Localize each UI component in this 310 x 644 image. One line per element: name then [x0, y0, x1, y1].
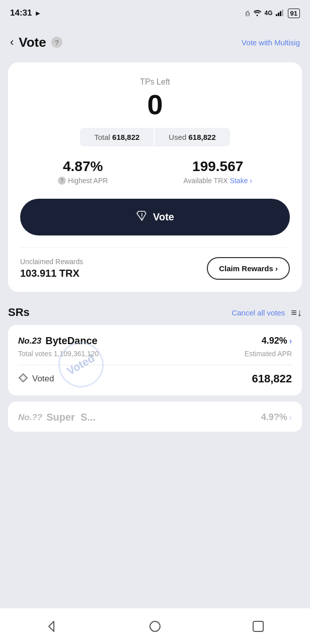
sort-icon[interactable]: ≡↓ [291, 307, 302, 318]
sr-card-partial-top: No.?? Super S... 4.9?% › [18, 412, 292, 423]
voted-stamp-text: Voted [65, 352, 97, 378]
rewards-section: Unclaimed Rewards 103.911 TRX Claim Rewa… [20, 257, 290, 280]
sr-card-partial: No.?? Super S... 4.9?% › [8, 401, 302, 432]
main-card: TPs Left 0 Total 618,822 Used 618,822 4.… [8, 62, 302, 292]
status-bar: 14:31 ► ⎙ 4G 91 [0, 0, 310, 26]
bottom-spacer [0, 436, 310, 476]
rewards-left: Unclaimed Rewards 103.911 TRX [20, 258, 83, 279]
header: ‹ Vote ? Vote with Multisig [0, 26, 310, 58]
svg-rect-3 [282, 10, 283, 16]
sr-number: No.23 [18, 336, 41, 346]
svg-point-5 [150, 621, 160, 631]
status-icons: ⎙ 4G 91 [246, 9, 300, 18]
nav-recent-button[interactable] [243, 611, 273, 641]
cancel-all-votes-button[interactable]: Cancel all votes [231, 308, 285, 317]
svg-rect-0 [276, 14, 277, 16]
network-label: 4G [265, 10, 273, 17]
sr-voted-amount: 618,822 [252, 372, 292, 385]
page-title: Vote [19, 35, 46, 50]
sr-apr: 4.92% › [262, 336, 292, 346]
sr-card-top: No.23 ByteDance 4.92% › [18, 335, 292, 347]
apr-value: 4.87% [58, 158, 108, 175]
srs-actions: Cancel all votes ≡↓ [231, 307, 302, 318]
wifi-icon [253, 9, 262, 18]
bluetooth-icon: ⎙ [246, 10, 250, 17]
srs-title: SRs [8, 306, 30, 319]
bottom-nav [0, 608, 310, 644]
svg-rect-6 [253, 621, 263, 631]
srs-header: SRs Cancel all votes ≡↓ [0, 296, 310, 325]
rewards-amount: 103.911 TRX [20, 268, 83, 279]
help-icon[interactable]: ? [51, 37, 62, 48]
claim-rewards-label: Claim Rewards › [219, 264, 278, 273]
sr-voted-label: Voted [18, 373, 54, 385]
vote-button[interactable]: Vote [20, 199, 290, 235]
tps-label: TPs Left [20, 77, 290, 87]
sr-estimated-apr: Estimated APR [245, 350, 292, 358]
question-icon: ? [58, 177, 66, 185]
partial-sr-name-group: No.?? Super S... [18, 412, 96, 423]
voted-diamond-icon [18, 373, 28, 385]
partial-sr-number: No.?? [18, 413, 42, 423]
tps-used: Used 618,822 [154, 128, 229, 146]
apr-section: 4.87% ? Highest APR 199.567 Available TR… [20, 158, 290, 187]
partial-chevron-icon: › [289, 413, 292, 422]
nav-home-button[interactable] [140, 611, 170, 641]
vote-icon [136, 210, 148, 224]
svg-marker-4 [49, 621, 54, 631]
divider [20, 248, 290, 248]
tps-value: 0 [20, 91, 290, 119]
apr-left: 4.87% ? Highest APR [58, 158, 108, 185]
trx-label: Available TRX Stake › [183, 177, 252, 185]
status-time: 14:31 ► [10, 8, 41, 18]
signal-icon [276, 9, 285, 18]
trx-value: 199.567 [183, 158, 252, 175]
rewards-title: Unclaimed Rewards [20, 258, 83, 266]
partial-sr-apr: 4.9?% › [261, 412, 292, 423]
tps-stats: Total 618,822 Used 618,822 [20, 128, 290, 146]
nav-icon: ► [34, 9, 41, 17]
claim-rewards-button[interactable]: Claim Rewards › [207, 257, 290, 280]
sr-chevron-icon: › [289, 337, 292, 346]
time-label: 14:31 [10, 8, 32, 18]
battery-icon: 91 [288, 9, 300, 18]
vote-button-label: Vote [153, 211, 174, 223]
stake-link[interactable]: Stake › [230, 177, 252, 185]
sr-card-bytedance[interactable]: No.23 ByteDance 4.92% › Total votes 1,10… [8, 325, 302, 395]
header-left: ‹ Vote ? [10, 35, 62, 50]
tps-section: TPs Left 0 Total 618,822 Used 618,822 [20, 77, 290, 146]
svg-rect-2 [280, 11, 281, 16]
partial-sr-name: Super S... [46, 412, 96, 423]
multisig-button[interactable]: Vote with Multisig [242, 38, 300, 47]
back-button[interactable]: ‹ [10, 36, 14, 49]
nav-back-button[interactable] [37, 611, 67, 641]
tps-total: Total 618,822 [80, 128, 153, 146]
svg-rect-1 [278, 13, 279, 16]
apr-right: 199.567 Available TRX Stake › [183, 158, 252, 185]
apr-label: ? Highest APR [58, 177, 108, 185]
